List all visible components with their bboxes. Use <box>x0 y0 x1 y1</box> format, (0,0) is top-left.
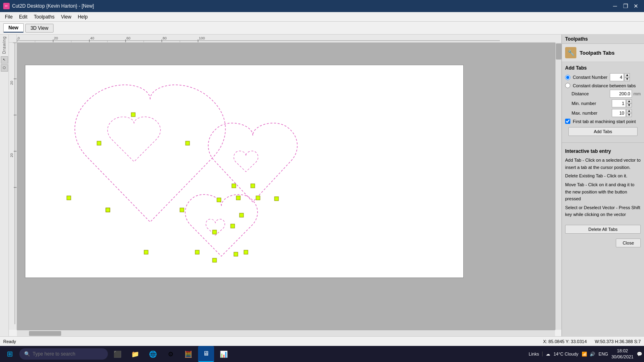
svg-text:40: 40 <box>90 36 94 40</box>
minimize-button[interactable]: ─ <box>610 2 620 10</box>
max-number-up[interactable]: ▲ <box>626 109 632 113</box>
max-number-row: Max. number ▲ ▼ <box>572 109 641 117</box>
app-icon: ✂ <box>3 3 10 9</box>
menu-bar: File Edit Toolpaths View Help <box>0 12 644 22</box>
max-number-spinner: ▲ ▼ <box>626 109 632 117</box>
min-number-up[interactable]: ▲ <box>626 99 632 103</box>
app2-icon: 📊 <box>220 350 228 358</box>
distance-input[interactable] <box>610 90 632 98</box>
toolbar: New 3D View <box>0 22 644 35</box>
file-explorer-icon: 📁 <box>131 350 139 358</box>
interactive-entry-section: Interactive tab entry Add Tab - Click on… <box>562 144 644 223</box>
tab-marker-1 <box>97 141 101 145</box>
drawing-area[interactable] <box>17 43 561 330</box>
weather-icon: ☁ <box>546 352 550 357</box>
min-number-input[interactable] <box>612 99 626 107</box>
interactive-line4: Select or Deselect Vector - Press Shift … <box>565 204 641 218</box>
min-number-row: Min. number ▲ ▼ <box>572 99 641 107</box>
tab-new[interactable]: New <box>3 23 24 33</box>
hscrollbar[interactable] <box>17 330 555 336</box>
radio-constant-distance[interactable] <box>565 83 570 88</box>
checkbox-first-tab-row: First tab at machining start point <box>565 119 641 124</box>
tool-node[interactable]: ⬡ <box>1 64 8 72</box>
app2-button[interactable]: 📊 <box>216 346 232 362</box>
max-number-down[interactable]: ▼ <box>626 113 632 117</box>
menu-help[interactable]: Help <box>74 13 91 21</box>
toolpath-tabs-header: 🔧 Toolpath Tabs <box>562 44 644 62</box>
tab-marker-20 <box>231 224 235 228</box>
taskbar-search[interactable]: 🔍 <box>19 348 108 360</box>
add-tabs-section: Add Tabs Constant Number ▲ ▼ Constant di… <box>562 62 644 141</box>
delete-all-tabs-button[interactable]: Delete All Tabs <box>565 225 641 234</box>
toolpath-icon: 🔧 <box>565 47 576 58</box>
distance-unit: mm <box>634 91 641 96</box>
app1-button[interactable]: 🖥 <box>198 346 214 362</box>
close-button[interactable]: Close <box>616 239 641 247</box>
interactive-title: Interactive tab entry <box>565 148 641 155</box>
taskbar-app-icons: ⬛ 📁 🌐 ⚙ 🧮 🖥 📊 <box>109 346 232 362</box>
close-button[interactable]: ✕ <box>631 2 641 10</box>
status-dimensions: W:50.373 H:36.388 S:7 <box>595 339 641 344</box>
add-tabs-button[interactable]: Add Tabs <box>568 127 638 136</box>
first-tab-checkbox[interactable] <box>565 119 570 124</box>
menu-toolpaths[interactable]: Toolpaths <box>31 13 58 21</box>
restore-button[interactable]: ❐ <box>621 2 630 10</box>
title-bar: ✂ Cut2D Desktop {Kevin Harton} - [New] ─… <box>0 0 644 12</box>
svg-text:60: 60 <box>126 36 130 40</box>
tab-marker-7 <box>131 113 135 117</box>
svg-text:20: 20 <box>54 36 58 40</box>
constant-number-down[interactable]: ▼ <box>624 77 630 81</box>
max-number-input[interactable] <box>612 109 626 117</box>
close-btn-container: Close <box>562 235 644 251</box>
top-ruler-row: 0 20 40 60 80 100 <box>9 35 561 43</box>
constant-number-up[interactable]: ▲ <box>624 73 630 77</box>
tab-marker-17 <box>234 252 238 256</box>
task-view-button[interactable]: ⬛ <box>109 346 126 362</box>
vscrollbar[interactable] <box>555 43 561 330</box>
calculator-button[interactable]: 🧮 <box>180 346 196 362</box>
interactive-line3: Move Tab - Click on it and drag it to th… <box>565 181 641 203</box>
svg-text:20: 20 <box>10 81 14 85</box>
settings-button[interactable]: ⚙ <box>163 346 179 362</box>
tab-marker-3 <box>67 196 71 200</box>
radio-constant-distance-row: Constant distance between tabs <box>565 83 641 88</box>
distance-label: Distance <box>572 91 610 96</box>
volume-icon: 🔊 <box>590 352 595 357</box>
taskbar: ⊞ 🔍 ⬛ 📁 🌐 ⚙ 🧮 🖥 📊 <box>0 346 644 362</box>
taskbar-links: Links <box>529 352 543 356</box>
min-number-input-group: ▲ ▼ <box>612 99 632 107</box>
tab-marker-14 <box>251 184 255 188</box>
start-button[interactable]: ⊞ <box>2 346 18 362</box>
tab-3d-view[interactable]: 3D View <box>25 24 54 33</box>
svg-text:0: 0 <box>18 36 20 40</box>
settings-icon: ⚙ <box>168 350 173 358</box>
tab-marker-16 <box>213 258 217 262</box>
interactive-line2: Delete Existing Tab - Click on it. <box>565 173 641 180</box>
radio-constant-number[interactable] <box>565 75 570 80</box>
constant-number-spinner: ▲ ▼ <box>624 73 630 81</box>
constant-number-input[interactable] <box>610 73 624 81</box>
chrome-button[interactable]: 🌐 <box>145 346 161 362</box>
min-number-down[interactable]: ▼ <box>626 103 632 107</box>
menu-file[interactable]: File <box>2 13 16 21</box>
canvas-row: 20 20 <box>9 43 561 330</box>
tool-pointer[interactable]: ↖ <box>1 56 8 64</box>
notification-button[interactable]: 💬 <box>637 352 642 357</box>
menu-edit[interactable]: Edit <box>16 13 31 21</box>
status-coords: X: 85.0845 Y: 33.0314 <box>543 339 587 344</box>
file-explorer-button[interactable]: 📁 <box>127 346 143 362</box>
search-input[interactable] <box>33 351 103 357</box>
clock[interactable]: 18:02 30/06/2021 <box>611 348 634 360</box>
status-ready: Ready <box>3 339 16 344</box>
app1-icon: 🖥 <box>203 350 209 357</box>
canvas-paper <box>25 65 464 278</box>
tab-marker-10 <box>239 213 244 217</box>
network-icon: 📶 <box>582 352 587 357</box>
svg-text:20: 20 <box>10 153 14 157</box>
min-number-spinner: ▲ ▼ <box>626 99 632 107</box>
tab-marker-5 <box>144 250 148 254</box>
tab-marker-19 <box>213 230 217 234</box>
sidebar-label: Drawing <box>2 36 6 54</box>
menu-view[interactable]: View <box>58 13 74 21</box>
tab-marker-9 <box>236 196 240 200</box>
